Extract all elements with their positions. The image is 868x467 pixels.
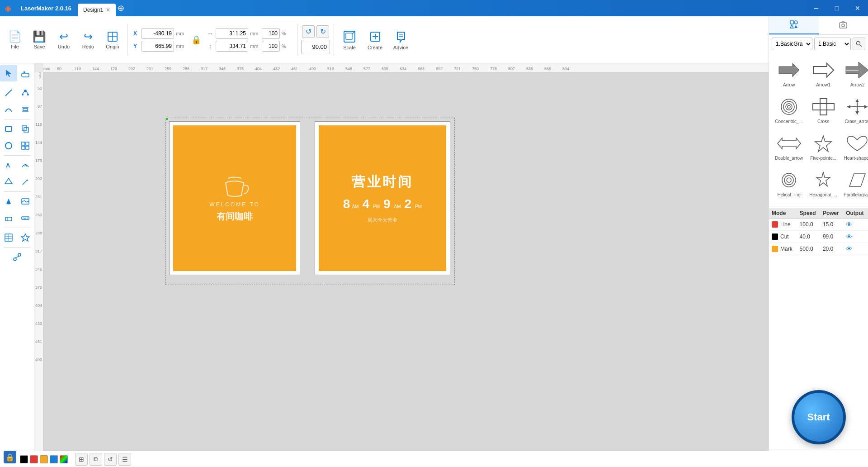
measure-tool[interactable] [17, 210, 34, 226]
select-tool[interactable] [0, 65, 17, 81]
mirror-btn[interactable]: ↺ [104, 453, 117, 466]
card1-chinese: 有间咖啡 [217, 210, 253, 223]
boolean-tool[interactable] [17, 121, 34, 137]
width-input[interactable] [216, 28, 248, 39]
line-tool[interactable] [0, 85, 17, 101]
tab-close-btn[interactable]: ✕ [106, 7, 110, 13]
material-dropdown[interactable]: 1.Basic [814, 38, 851, 50]
lock-ratio-btn[interactable]: 🔒 [189, 35, 203, 45]
shape-cross[interactable]: Cross [807, 92, 840, 127]
ellipse-tool[interactable] [0, 138, 17, 154]
text-curve-tool[interactable]: A [17, 157, 34, 173]
rotate-input[interactable] [301, 40, 330, 54]
search-btn[interactable] [853, 38, 865, 50]
save-btn[interactable]: 💾 Save [28, 28, 51, 52]
select-tool-row [0, 65, 34, 81]
design-card-1[interactable]: WELCOME TO 有间咖啡 [169, 121, 300, 275]
redo-btn[interactable]: ↪ Redo [77, 28, 99, 52]
tab-design1[interactable]: Design1 ✕ [78, 4, 116, 16]
shape-heart[interactable]: Heart-shaped [841, 129, 868, 164]
rotate-cw-btn[interactable]: ↻ [316, 25, 329, 38]
pen-tool[interactable] [17, 85, 34, 101]
edit-tool[interactable] [17, 174, 34, 190]
shape-helical[interactable]: Helical_line [773, 166, 805, 200]
profile-dropdown[interactable]: 1.BasicGra [772, 38, 812, 50]
origin-btn[interactable]: Origin [101, 28, 124, 52]
color-black[interactable] [20, 455, 28, 463]
shape-cross-arrow[interactable]: Cross_arrow [841, 92, 868, 127]
color-fill-tool[interactable] [0, 193, 17, 210]
panel-tab-shapes[interactable] [769, 16, 819, 34]
maximize-btn[interactable]: □ [826, 0, 847, 16]
panel-tabs [769, 16, 868, 35]
create-btn[interactable]: Create [363, 27, 387, 53]
file-icon: 📄 [8, 30, 22, 43]
layer-speed-line: 100.0 [797, 219, 820, 231]
panel-tab-camera[interactable] [819, 16, 868, 34]
color-multi[interactable] [60, 455, 68, 463]
color-red[interactable] [30, 455, 38, 463]
height-input[interactable] [216, 41, 248, 52]
scale-btn[interactable]: Scale [338, 27, 361, 53]
image-tool[interactable] [17, 193, 34, 210]
height-pct-input[interactable] [262, 41, 280, 52]
group-btn[interactable]: ⊞ [75, 453, 88, 466]
svg-rect-12 [22, 73, 29, 77]
width-pct-input[interactable] [262, 28, 280, 39]
table-tool[interactable] [0, 229, 17, 246]
start-btn[interactable]: Start [792, 390, 846, 444]
curve-tool[interactable] [0, 101, 17, 118]
undo-btn[interactable]: ↩ Undo [52, 28, 75, 52]
shape-arrow[interactable]: Arrow [773, 56, 805, 91]
color-blue[interactable] [50, 455, 58, 463]
layer-vis-mark[interactable]: 👁 [846, 245, 852, 253]
size-group: ↔ mm % ↕ mm % [207, 28, 292, 52]
grid-tool[interactable] [17, 138, 34, 154]
canvas-background[interactable]: WELCOME TO 有间咖啡 营业时间 8 AM 4 PM 9 AM 2 PM… [43, 72, 769, 451]
list-btn[interactable]: ☰ [118, 453, 131, 466]
y-input[interactable] [142, 41, 174, 52]
polygon-tool[interactable] [0, 174, 17, 190]
coord-group: X mm Y mm [133, 28, 186, 52]
advice-btn[interactable]: Advice [389, 27, 413, 53]
layer-vis-line[interactable]: 👁 [846, 221, 852, 228]
layer-row-mark[interactable]: Mark 500.0 20.0 👁 [769, 243, 868, 255]
lock-btn[interactable]: 🔒 [4, 451, 16, 463]
text-tool[interactable]: A [0, 157, 17, 173]
node-tool[interactable] [17, 65, 34, 81]
shape-concentric[interactable]: Concentric_... [773, 92, 805, 127]
file-btn[interactable]: 📄 File [4, 28, 26, 52]
align-tool[interactable] [17, 101, 34, 118]
layer-speed-mark: 500.0 [797, 243, 820, 255]
rotate-ccw-btn[interactable]: ↺ [302, 25, 315, 38]
design-card-2[interactable]: 营业时间 8 AM 4 PM 9 AM 2 PM 周末全天营业 [315, 121, 450, 275]
shape-arrow1[interactable]: Arrow1 [807, 56, 840, 91]
tool-sep3 [4, 155, 31, 156]
ungroup-btn[interactable]: ⧉ [90, 453, 102, 466]
svg-marker-80 [849, 174, 865, 186]
color-orange[interactable] [40, 455, 48, 463]
layer-row-cut[interactable]: Cut 40.0 99.0 👁 [769, 231, 868, 243]
layer-row-line[interactable]: Line 100.0 15.0 👁 [769, 219, 868, 231]
laser-tool[interactable] [17, 229, 34, 246]
svg-marker-33 [26, 179, 28, 181]
tab-add-btn[interactable]: ⊕ [118, 3, 124, 13]
shape-double-arrow[interactable]: Double_arrow [773, 129, 805, 164]
rect-tool[interactable] [0, 121, 17, 137]
shape-five-star[interactable]: Five-pointe... [807, 129, 840, 164]
start-btn-container: Start [769, 381, 868, 449]
eraser-tool[interactable] [0, 210, 17, 226]
shape-parallelogram[interactable]: Parallelogram [841, 166, 868, 200]
svg-point-58 [842, 24, 844, 27]
x-input[interactable] [142, 28, 174, 39]
x-coord-row: X mm [133, 28, 186, 39]
shape-arrow2[interactable]: Arrow2 [841, 56, 868, 91]
selection-handle[interactable] [165, 117, 169, 121]
color-palette [20, 455, 68, 463]
shape-hexagonal[interactable]: Hexagonal_... [807, 166, 840, 200]
layer-vis-cut[interactable]: 👁 [846, 233, 852, 240]
close-btn[interactable]: ✕ [847, 0, 868, 16]
minimize-btn[interactable]: ─ [806, 0, 826, 16]
canvas-area[interactable]: mm 50 119 144 173 202 231 259 288 317 34… [34, 63, 769, 451]
vector-tool[interactable] [0, 249, 34, 265]
